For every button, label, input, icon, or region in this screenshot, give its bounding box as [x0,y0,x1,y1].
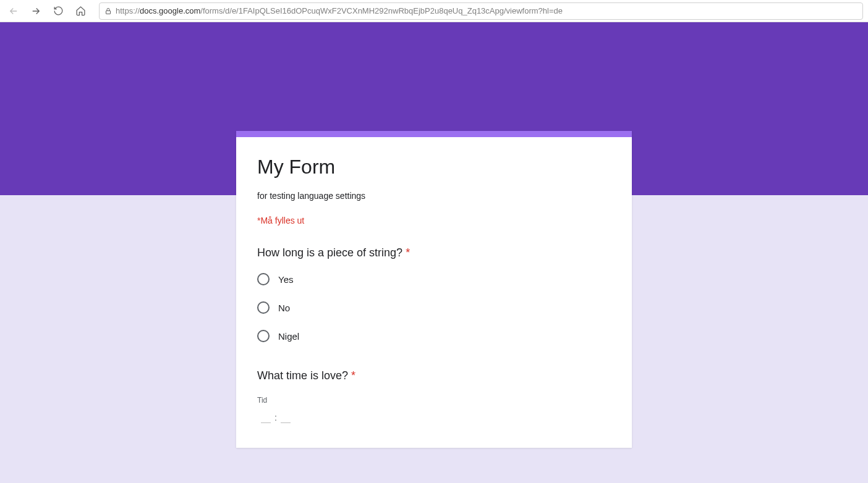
question-2: What time is love? * [257,369,611,382]
url-bar[interactable]: https://docs.google.com/forms/d/e/1FAIpQ… [99,2,863,20]
form-description: for testing language settings [257,191,611,201]
svg-rect-0 [106,10,111,14]
radio-icon [257,330,270,342]
radio-icon [257,301,270,314]
time-separator: : [274,413,277,422]
form-card: My Form for testing language settings *M… [236,131,632,448]
radio-option-no[interactable]: No [257,301,611,314]
time-minute-input[interactable] [281,412,291,423]
form-title: My Form [257,156,611,178]
radio-icon [257,273,270,285]
arrow-left-icon [8,6,19,17]
form-accent-bar [236,131,632,137]
radio-option-nigel[interactable]: Nigel [257,330,611,342]
page-viewport: My Form for testing language settings *M… [0,22,868,483]
forward-button[interactable] [27,2,45,20]
option-label: No [278,303,290,313]
browser-toolbar: https://docs.google.com/forms/d/e/1FAIpQ… [0,0,868,22]
option-label: Nigel [278,331,299,342]
time-input[interactable]: : [257,412,611,423]
time-field-label: Tid [257,396,611,405]
required-star-icon: * [351,369,355,382]
required-star-icon: * [406,246,410,259]
refresh-icon [53,6,64,16]
arrow-right-icon [30,6,41,17]
radio-option-yes[interactable]: Yes [257,273,611,285]
home-button[interactable] [72,2,89,20]
lock-icon [104,7,112,15]
option-label: Yes [278,274,293,285]
question-1-options: Yes No Nigel [257,273,611,342]
home-icon [75,6,86,16]
time-hour-input[interactable] [261,412,271,423]
refresh-button[interactable] [49,2,67,20]
question-label: What time is love? [257,369,348,382]
question-1: How long is a piece of string? * [257,246,611,259]
required-note: *Må fylles ut [257,216,611,225]
url-text: https://docs.google.com/forms/d/e/1FAIpQ… [116,6,563,15]
question-label: How long is a piece of string? [257,246,402,259]
back-button[interactable] [5,2,22,20]
